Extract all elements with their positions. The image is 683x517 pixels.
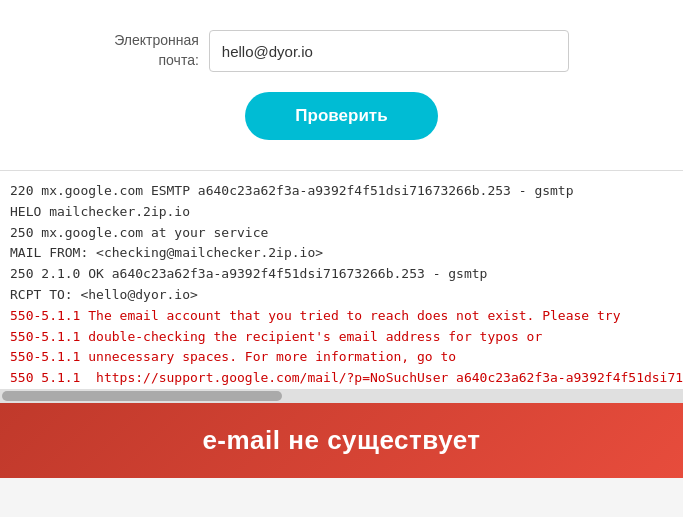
log-line: 250 mx.google.com at your service bbox=[10, 223, 673, 244]
log-line: MAIL FROM: <checking@mailchecker.2ip.io> bbox=[10, 243, 673, 264]
result-banner: e-mail не существует bbox=[0, 403, 683, 478]
log-content: 220 mx.google.com ESMTP a640c23a62f3a-a9… bbox=[10, 181, 673, 389]
form-row: Электронная почта: bbox=[114, 30, 569, 72]
log-line: 550-5.1.1 The email account that you tri… bbox=[10, 306, 673, 327]
result-banner-text: e-mail не существует bbox=[202, 425, 480, 455]
email-label: Электронная почта: bbox=[114, 31, 199, 70]
log-section[interactable]: 220 mx.google.com ESMTP a640c23a62f3a-a9… bbox=[0, 171, 683, 389]
log-line: HELO mailchecker.2ip.io bbox=[10, 202, 673, 223]
check-button[interactable]: Проверить bbox=[245, 92, 437, 140]
log-line: 550-5.1.1 double-checking the recipient'… bbox=[10, 327, 673, 348]
scrollbar-thumb[interactable] bbox=[2, 391, 282, 401]
main-container: Электронная почта: Проверить 220 mx.goog… bbox=[0, 0, 683, 478]
log-line: 220 mx.google.com ESMTP a640c23a62f3a-a9… bbox=[10, 181, 673, 202]
form-section: Электронная почта: Проверить bbox=[0, 0, 683, 170]
log-line: 550 5.1.1 https://support.google.com/mai… bbox=[10, 368, 673, 389]
email-input[interactable] bbox=[209, 30, 569, 72]
log-line: 550-5.1.1 unnecessary spaces. For more i… bbox=[10, 347, 673, 368]
log-line: RCPT TO: <hello@dyor.io> bbox=[10, 285, 673, 306]
log-line: 250 2.1.0 OK a640c23a62f3a-a9392f4f51dsi… bbox=[10, 264, 673, 285]
scrollbar-area[interactable] bbox=[0, 389, 683, 403]
